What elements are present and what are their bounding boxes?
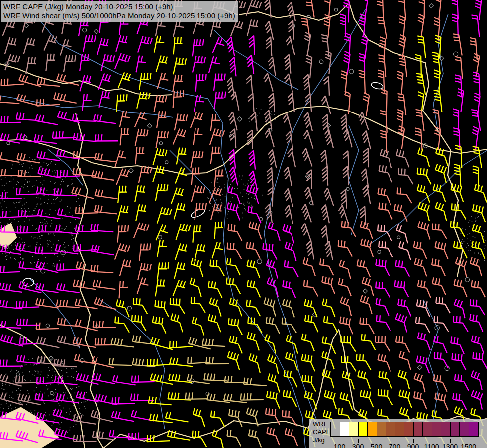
legend-tick-label: 300 <box>352 443 364 448</box>
title-box: WRF CAPE (J/kg) Monday 20-10-2025 15:00 … <box>1 1 239 22</box>
legend-color-cell <box>386 422 395 437</box>
legend-color-cell <box>367 422 377 437</box>
title-line-shear: WRF Wind shear (m/s) 500/1000hPa Monday … <box>3 11 235 20</box>
legend-color-cell <box>330 422 340 437</box>
legend-color-cell <box>340 422 350 437</box>
map-background <box>0 0 487 448</box>
legend-color-cell <box>404 422 414 437</box>
legend-unit-line1: WRF <box>313 420 330 428</box>
legend-unit-line2: CAPE <box>313 428 330 436</box>
legend-tick-label: 1300 <box>442 443 458 448</box>
legend-color-cell <box>432 422 442 437</box>
legend-color-cell <box>450 422 460 437</box>
legend-color-cell <box>459 422 469 437</box>
legend-tick-label: 100 <box>334 443 345 448</box>
legend-color-cell <box>377 422 387 437</box>
title-line-cape: WRF CAPE (J/kg) Monday 20-10-2025 15:00 … <box>3 2 235 11</box>
legend-tick-label: 1100 <box>424 443 439 448</box>
legend-color-cell <box>413 422 423 437</box>
legend-tick-label: 900 <box>407 443 419 448</box>
legend-tick-label: 700 <box>389 443 400 448</box>
cape-legend: WRF CAPE J/kg 10030050070090011001300150… <box>309 419 487 448</box>
legend-color-cell <box>422 422 432 437</box>
legend-tick-label: 500 <box>371 443 382 448</box>
legend-color-cell <box>349 422 359 437</box>
weather-map: WRF CAPE (J/kg) Monday 20-10-2025 15:00 … <box>0 0 487 448</box>
legend-color-cell <box>358 422 368 437</box>
legend-unit-label: WRF CAPE J/kg <box>313 420 330 444</box>
legend-color-cell <box>395 422 405 437</box>
legend-unit-line3: J/kg <box>313 436 330 444</box>
legend-color-cell <box>441 422 451 437</box>
map-canvas <box>0 0 487 448</box>
legend-color-cell <box>469 422 479 437</box>
legend-tick-label: 1500 <box>461 443 476 448</box>
